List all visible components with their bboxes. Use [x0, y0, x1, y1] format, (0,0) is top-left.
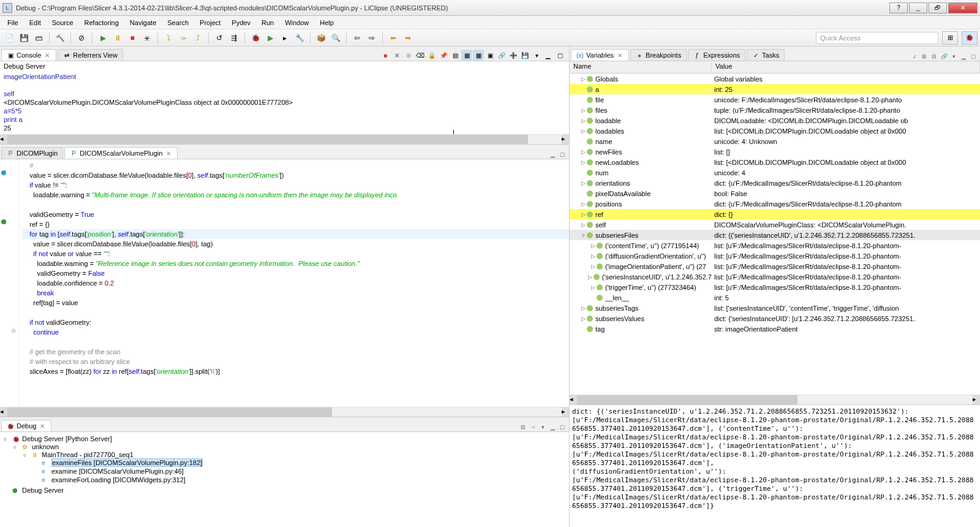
- console-link-icon[interactable]: 🔗: [496, 50, 507, 61]
- variable-detail-pane[interactable]: dict: {('seriesInstanceUID', u'1.2.246.3…: [570, 404, 980, 527]
- tree-expand-icon[interactable]: ▷: [587, 274, 594, 280]
- tab-dicomplugin[interactable]: P DICOMPlugin: [1, 147, 63, 159]
- resume-icon[interactable]: ▶: [96, 31, 110, 45]
- tree-node[interactable]: examine [DICOMScalarVolumePlugin.py:46]: [51, 468, 184, 475]
- window-close-button[interactable]: ✕: [948, 2, 978, 13]
- maximize-icon[interactable]: ▢: [558, 423, 567, 431]
- search-icon[interactable]: 🔍: [329, 31, 342, 45]
- minimize-icon[interactable]: ▁: [959, 52, 968, 61]
- variable-row[interactable]: ▷GlobalsGlobal variables: [570, 74, 980, 84]
- open-perspective-button[interactable]: ⊞: [942, 31, 958, 45]
- save-console-icon[interactable]: 💾: [519, 50, 530, 61]
- tree-expand-icon[interactable]: ▷: [589, 243, 597, 249]
- show-type-names-icon[interactable]: ⎎: [910, 52, 919, 61]
- close-icon[interactable]: ✕: [43, 52, 51, 59]
- minimize-icon[interactable]: ▁: [548, 150, 557, 159]
- display-console-icon[interactable]: ▤: [450, 50, 461, 61]
- console-menu-icon[interactable]: ▾: [531, 50, 542, 61]
- debug-link-icon[interactable]: ⇢: [529, 423, 537, 431]
- variable-row[interactable]: ▷('imageOrientationPatient', u'') (27lis…: [570, 261, 980, 271]
- tree-expand-icon[interactable]: ▿: [4, 436, 10, 442]
- new-module-icon[interactable]: 📦: [314, 31, 328, 45]
- tree-expand-icon[interactable]: ▷: [579, 159, 587, 165]
- variable-row[interactable]: ▷('triggerTime', u'') (277323464)list: […: [570, 282, 980, 292]
- editor-body[interactable]: ⊕ # value = slicer.dicomDatabase.fileVal…: [0, 159, 569, 407]
- variable-row[interactable]: ▷('contentTime', u'') (277195144)list: […: [570, 240, 980, 251]
- debug-collapse-icon[interactable]: ⊟: [519, 423, 527, 431]
- tree-node[interactable]: Debug Server: [22, 487, 64, 494]
- tree-node[interactable]: unknown: [32, 443, 59, 450]
- variable-row[interactable]: numunicode: 4: [570, 167, 980, 178]
- code-content[interactable]: # value = slicer.dicomDatabase.fileValue…: [22, 161, 569, 376]
- tree-expand-icon[interactable]: ▷: [579, 128, 587, 134]
- console-hscrollbar[interactable]: ◂▸: [0, 134, 569, 144]
- tree-node-selected[interactable]: examineFiles [DICOMScalarVolumePlugin.py…: [51, 458, 203, 467]
- tab-debug[interactable]: 🐞 Debug ✕: [1, 420, 51, 431]
- view-menu-icon[interactable]: ▾: [949, 52, 958, 61]
- close-icon[interactable]: ✕: [165, 150, 172, 157]
- view-menu-icon[interactable]: ▾: [538, 423, 547, 431]
- variable-row[interactable]: tagstr: imageOrientationPatient: [570, 324, 980, 334]
- variable-row[interactable]: ▷loadableDICOMLoadable: <DICOMLib.DICOMP…: [570, 115, 980, 126]
- show-console-when-output-icon[interactable]: ▦: [461, 50, 472, 61]
- remove-all-icon[interactable]: ⊗: [403, 50, 414, 61]
- tab-dicomscalarvolumeplugin[interactable]: P DICOMScalarVolumePlugin ✕: [64, 147, 178, 159]
- menu-pydev[interactable]: Pydev: [227, 18, 255, 28]
- col-value[interactable]: Value: [712, 61, 980, 73]
- tab-expressions[interactable]: ƒ Expressions: [688, 49, 745, 61]
- maximize-icon[interactable]: ▢: [558, 150, 567, 159]
- maximize-icon[interactable]: ▢: [969, 52, 978, 61]
- menu-window[interactable]: Window: [280, 18, 314, 28]
- variable-row[interactable]: ▷positionsdict: {u'F:/MedicalImages/Slic…: [570, 199, 980, 209]
- variable-row[interactable]: aint: 25: [570, 84, 980, 94]
- tree-expand-icon[interactable]: ▷: [589, 264, 597, 270]
- debug-perspective-button[interactable]: 🐞: [962, 31, 978, 45]
- variable-row[interactable]: ▷('seriesInstanceUID', u'1.2.246.352.7li…: [570, 271, 980, 282]
- save-icon[interactable]: 💾: [17, 31, 31, 45]
- build-icon[interactable]: 🔨: [53, 31, 67, 45]
- menu-navigate[interactable]: Navigate: [125, 18, 161, 28]
- variables-tree[interactable]: ▷GlobalsGlobal variablesaint: 25fileunic…: [570, 74, 980, 395]
- tree-expand-icon[interactable]: ▷: [579, 316, 587, 322]
- variables-hscrollbar[interactable]: ◂▸: [570, 395, 980, 404]
- tree-node[interactable]: Debug Server [Python Server]: [22, 435, 112, 442]
- tree-node[interactable]: MainThread - pid727700_seq1: [42, 451, 134, 458]
- editor-hscrollbar[interactable]: ◂▸: [0, 407, 569, 417]
- next-annotation-icon[interactable]: ⇨: [365, 31, 379, 45]
- collapse-all-icon[interactable]: ⊟: [930, 52, 938, 61]
- console-output[interactable]: imageOrientationPatient self <DICOMScala…: [0, 71, 569, 134]
- run-last-icon[interactable]: ▸: [278, 31, 292, 45]
- variable-row[interactable]: fileunicode: F:/MedicalImages/SlicerRt/d…: [570, 94, 980, 105]
- tab-referrers[interactable]: ⇄ Referrers View: [58, 49, 123, 61]
- minimize-icon[interactable]: ▁: [543, 50, 554, 61]
- menu-edit[interactable]: Edit: [24, 18, 46, 28]
- step-over-icon[interactable]: ⤼: [176, 31, 190, 45]
- vars-link-icon[interactable]: 🔗: [940, 52, 948, 61]
- tab-breakpoints[interactable]: ● Breakpoints: [630, 49, 687, 61]
- skip-breakpoints-icon[interactable]: ⊘: [75, 31, 88, 45]
- forward-icon[interactable]: ➡: [401, 31, 415, 45]
- window-minimize-button[interactable]: _: [909, 2, 927, 13]
- scroll-lock-icon[interactable]: 🔒: [426, 50, 437, 61]
- variable-row[interactable]: ▷refdict: {}: [570, 209, 980, 219]
- drop-to-frame-icon[interactable]: ↺: [213, 31, 226, 45]
- menu-file[interactable]: File: [2, 18, 23, 28]
- prev-annotation-icon[interactable]: ⇦: [350, 31, 364, 45]
- tree-expand-icon[interactable]: ▷: [579, 180, 587, 186]
- show-console-when-error-icon[interactable]: ▦: [473, 50, 484, 61]
- maximize-icon[interactable]: ▢: [554, 50, 565, 61]
- fold-icon[interactable]: ⊕: [11, 327, 16, 334]
- menu-project[interactable]: Project: [195, 18, 225, 28]
- tree-expand-icon[interactable]: ▷: [589, 253, 597, 259]
- tree-expand-icon[interactable]: ▿: [13, 444, 20, 450]
- tree-expand-icon[interactable]: ▷: [579, 76, 587, 82]
- tree-expand-icon[interactable]: ▷: [589, 284, 597, 290]
- suspend-icon[interactable]: ⏸: [111, 31, 124, 45]
- debug-tree[interactable]: ▿🐞Debug Server [Python Server] ▿⚙unknown…: [0, 432, 569, 527]
- window-help-button[interactable]: ?: [889, 2, 908, 13]
- tree-expand-icon[interactable]: ▷: [579, 201, 587, 207]
- menu-refactoring[interactable]: Refactoring: [80, 18, 124, 28]
- variable-row[interactable]: ▷filestuple: (u'F:/MedicalImages/SlicerR…: [570, 105, 980, 115]
- new-console-icon[interactable]: ➕: [508, 50, 519, 61]
- remove-launch-icon[interactable]: ✖: [391, 50, 402, 61]
